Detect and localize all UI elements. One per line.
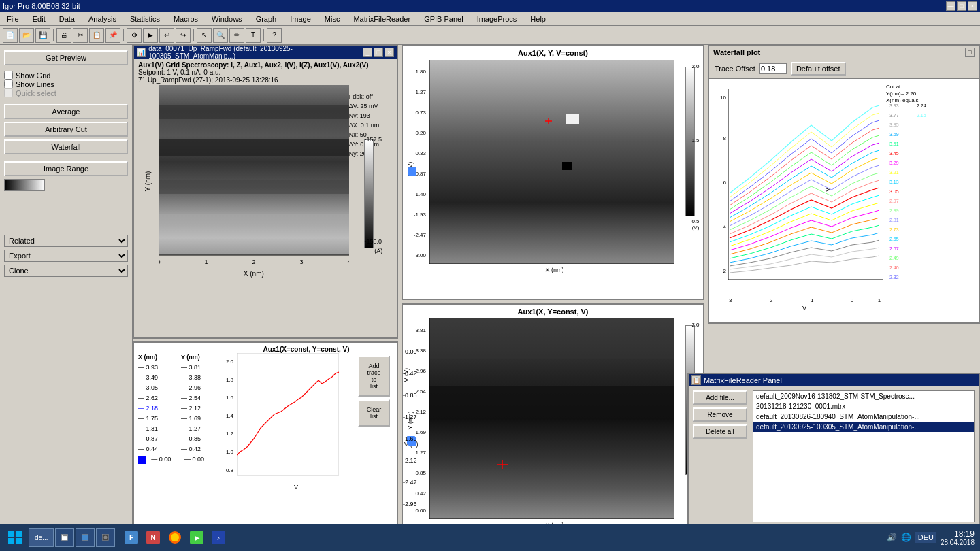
related-dropdown[interactable]: Related: [4, 235, 128, 247]
spec-top-title: Aux1(X, Y, V=const): [403, 46, 703, 60]
trace-offset-input[interactable]: 0.18: [760, 63, 787, 74]
image-range-button[interactable]: Image Range: [4, 161, 128, 176]
task-btn-4[interactable]: [96, 528, 115, 547]
show-lines-checkbox[interactable]: [4, 80, 13, 88]
menu-data[interactable]: Data: [55, 14, 79, 24]
spec-bot-title: Aux1(X, Y=const, V): [403, 305, 703, 318]
svg-text:1: 1: [204, 258, 208, 265]
get-preview-button[interactable]: Get Preview: [4, 50, 128, 65]
menu-analysis[interactable]: Analysis: [84, 14, 120, 24]
stm-colorbar-min: -158.0: [364, 238, 382, 245]
export-dropdown[interactable]: Export: [4, 250, 128, 262]
svg-text:3.21: 3.21: [889, 170, 899, 175]
add-trace-button[interactable]: Addtracetolist: [358, 356, 390, 397]
start-button[interactable]: [3, 525, 27, 550]
toolbar-new[interactable]: 📄: [3, 28, 18, 43]
toolbar-btn-6[interactable]: ▶: [143, 28, 158, 43]
toolbar-draw[interactable]: ✏: [229, 28, 244, 43]
svg-text:2.65: 2.65: [889, 237, 899, 241]
toolbar-btn-2[interactable]: ✂: [73, 28, 88, 43]
toolbar-save[interactable]: 💾: [35, 28, 50, 43]
spec-top-v-axis: 1.80 1.27 0.73 0.20 -0.33 -0.87 -1.40 -1…: [406, 60, 429, 273]
svg-text:2.16: 2.16: [917, 113, 926, 118]
stm-close[interactable]: ×: [385, 48, 394, 57]
left-panel: Get Preview Show Grid Show Lines Quick s…: [0, 45, 133, 551]
task-icon-2: [61, 532, 68, 543]
maximize-button[interactable]: □: [957, 1, 966, 11]
svg-text:8: 8: [723, 135, 727, 141]
stm-window-buttons: _ □ ×: [363, 48, 394, 57]
toolbar-btn-3[interactable]: 📋: [89, 28, 104, 43]
clone-dropdown[interactable]: Clone: [4, 265, 128, 277]
matrix-title-bar: 📋 MatrixFileReader Panel: [689, 374, 979, 386]
menu-statistics[interactable]: Statistics: [126, 14, 164, 24]
show-grid-checkbox[interactable]: [4, 71, 13, 80]
clear-list-button[interactable]: Clearlist: [358, 399, 390, 427]
menu-windows[interactable]: Windows: [208, 14, 246, 24]
remove-button[interactable]: Remove: [693, 407, 747, 422]
average-button[interactable]: Average: [4, 104, 128, 119]
spec-bot-cb-max: 2.0: [691, 322, 700, 328]
matrix-file-1[interactable]: 20131218-121230_0001.mtrx: [753, 401, 974, 412]
add-file-button[interactable]: Add file...: [693, 390, 747, 405]
quick-select-label: Quick select: [16, 89, 56, 97]
stm-maximize[interactable]: □: [374, 48, 383, 57]
menu-macros[interactable]: Macros: [169, 14, 202, 24]
task-btn-2[interactable]: [55, 528, 74, 547]
close-button[interactable]: ×: [968, 1, 977, 11]
toolbar-cursor[interactable]: ↖: [197, 28, 212, 43]
trace-offset-label: Trace Offset: [715, 65, 755, 73]
show-lines-row: Show Lines: [4, 80, 128, 88]
stm-scan-info: 71 Up_RampFwd (27-1); 2013-09-25 13:28:1…: [138, 76, 393, 84]
svg-text:V: V: [824, 188, 831, 192]
toolbar-help[interactable]: ?: [267, 28, 282, 43]
svg-text:2.73: 2.73: [889, 227, 899, 232]
coord-row-6: — 1.31— 1.27: [138, 424, 220, 434]
matrix-file-2[interactable]: default_20130826-180940_STM_AtomManipula…: [753, 412, 974, 422]
line-graph-svg: -3 -2 -1 0 1: [237, 353, 339, 482]
taskbar-app-4[interactable]: ▶: [187, 528, 206, 547]
menu-help[interactable]: Help: [526, 14, 550, 24]
menu-bar: File Edit Data Analysis Statistics Macro…: [0, 12, 980, 26]
svg-text:1.80: 1.80: [415, 69, 426, 75]
menu-edit[interactable]: Edit: [29, 14, 50, 24]
toolbar-btn-7[interactable]: ↩: [159, 28, 174, 43]
svg-text:V: V: [802, 305, 806, 310]
matrix-file-3[interactable]: default_20130925-100305_STM_AtomManipula…: [753, 422, 974, 432]
taskbar-app-2[interactable]: N: [144, 528, 163, 547]
taskbar-app-3[interactable]: [165, 528, 184, 547]
minimize-button[interactable]: —: [946, 1, 956, 11]
stm-fdbk: off: [366, 93, 373, 100]
menu-gpib[interactable]: GPIB Panel: [420, 14, 467, 24]
task-btn-3[interactable]: [76, 528, 95, 547]
tray-icon-1: 🔊: [887, 533, 897, 542]
stm-minimize[interactable]: _: [363, 48, 372, 57]
menu-image[interactable]: Image: [286, 14, 315, 24]
toolbar-separator-4: [263, 29, 264, 41]
taskbar-icon-4: ▶: [190, 531, 203, 544]
toolbar-btn-4[interactable]: 📌: [105, 28, 120, 43]
toolbar-zoom[interactable]: 🔍: [213, 28, 228, 43]
waterfall-close[interactable]: □: [965, 48, 975, 57]
taskbar-app-5[interactable]: ♪: [209, 528, 228, 547]
delete-all-button[interactable]: Delete all: [693, 424, 747, 439]
toolbar-btn-5[interactable]: ⚙: [127, 28, 142, 43]
svg-text:3.05: 3.05: [889, 189, 899, 194]
menu-misc[interactable]: Misc: [321, 14, 344, 24]
toolbar-print[interactable]: 🖨: [56, 28, 71, 43]
menu-imageprocs[interactable]: ImageProcs: [473, 14, 521, 24]
arbitrary-cut-button[interactable]: Arbitrary Cut: [4, 122, 128, 137]
menu-graph[interactable]: Graph: [252, 14, 281, 24]
menu-file[interactable]: File: [3, 14, 23, 24]
taskbar-app-1[interactable]: F: [122, 528, 141, 547]
task-btn-igor[interactable]: de...: [29, 528, 54, 547]
svg-rect-42: [562, 162, 572, 170]
matrix-file-0[interactable]: default_2009Nov16-131802_STM-STM_Spectro…: [753, 391, 974, 401]
toolbar-btn-8[interactable]: ↪: [176, 28, 191, 43]
waterfall-button[interactable]: Waterfall: [4, 139, 128, 154]
toolbar-open[interactable]: 📂: [19, 28, 34, 43]
quick-select-checkbox[interactable]: [4, 88, 13, 97]
toolbar-text[interactable]: T: [246, 28, 261, 43]
default-offset-button[interactable]: Default offset: [791, 62, 846, 76]
menu-matrixfilereader[interactable]: MatrixFileReader: [349, 14, 414, 24]
